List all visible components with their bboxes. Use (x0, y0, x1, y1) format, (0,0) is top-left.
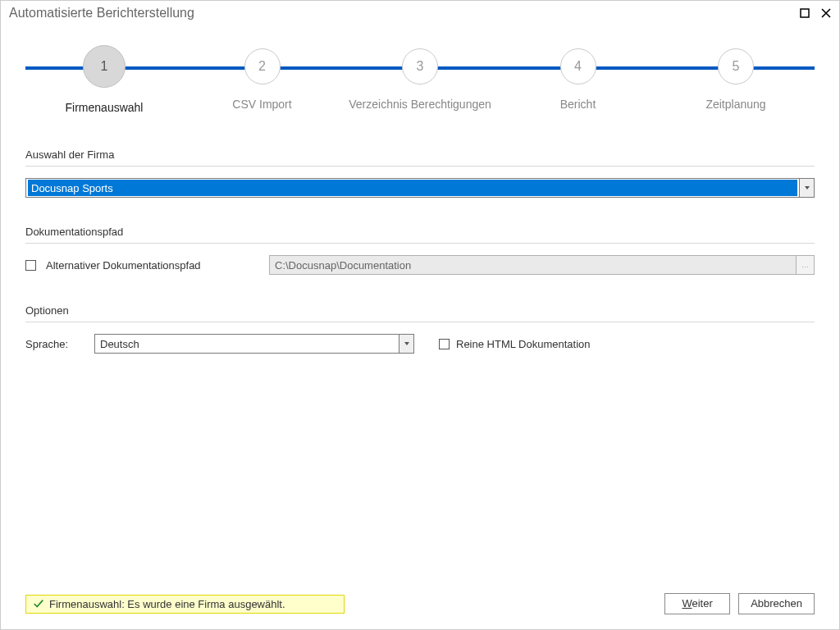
step-5-label: Zeitplanung (657, 98, 815, 111)
step-4-circle: 4 (560, 48, 596, 84)
section-divider (25, 322, 815, 322)
company-select-value: Docusnap Sports (28, 180, 797, 196)
chevron-down-icon (805, 186, 810, 189)
svg-rect-0 (801, 9, 809, 17)
section-title-docpath: Dokumentationspfad (25, 226, 815, 238)
content-area: Auswahl der Firma Docusnap Sports Dokume… (1, 148, 839, 354)
step-4[interactable]: 4 Bericht (500, 42, 657, 114)
step-1-circle: 1 (83, 45, 126, 88)
step-5-circle: 5 (718, 48, 754, 84)
step-2-label: CSV Import (184, 98, 341, 111)
cancel-button[interactable]: Abbrechen (738, 593, 815, 614)
footer: Firmenauswahl: Es wurde eine Firma ausge… (25, 593, 815, 614)
section-title-options: Optionen (25, 304, 815, 317)
wizard-stepper: 1 Firmenauswahl 2 CSV Import 3 Verzeichn… (25, 42, 815, 124)
status-bar: Firmenauswahl: Es wurde eine Firma ausge… (25, 595, 345, 614)
language-select-value: Deutsch (95, 338, 399, 350)
next-button[interactable]: Weiter (664, 593, 730, 614)
docpath-value: C:\Docusnap\Documentation (270, 258, 796, 273)
step-1[interactable]: 1 Firmenauswahl (25, 42, 183, 114)
language-select-dropdown-button[interactable] (399, 335, 413, 353)
docpath-browse-button[interactable]: … (796, 256, 814, 274)
step-4-label: Bericht (500, 98, 657, 111)
close-icon[interactable] (821, 8, 831, 18)
company-select[interactable]: Docusnap Sports (25, 178, 815, 198)
alt-docpath-label: Alternativer Dokumentationspfad (46, 259, 259, 272)
section-title-company: Auswahl der Firma (25, 148, 815, 161)
section-divider (25, 243, 815, 244)
step-5[interactable]: 5 Zeitplanung (657, 42, 815, 114)
language-select[interactable]: Deutsch (94, 334, 414, 354)
html-only-checkbox[interactable] (439, 339, 450, 349)
step-1-label: Firmenauswahl (25, 101, 183, 114)
language-label: Sprache: (25, 338, 70, 350)
maximize-icon[interactable] (800, 8, 810, 18)
company-select-dropdown-button[interactable] (799, 179, 814, 197)
title-bar: Automatisierte Berichterstellung (1, 1, 839, 25)
docpath-field: C:\Docusnap\Documentation … (269, 255, 815, 275)
step-3-circle: 3 (402, 48, 438, 84)
alt-docpath-checkbox[interactable] (25, 260, 36, 271)
chevron-down-icon (404, 342, 409, 345)
status-text: Firmenauswahl: Es wurde eine Firma ausge… (49, 598, 285, 610)
step-3[interactable]: 3 Verzeichnis Berechtigungen (341, 42, 499, 114)
step-2[interactable]: 2 CSV Import (184, 42, 341, 114)
html-only-label: Reine HTML Dokumentation (456, 338, 591, 350)
check-icon (33, 598, 44, 609)
section-divider (25, 166, 815, 167)
step-3-label: Verzeichnis Berechtigungen (341, 98, 499, 111)
step-2-circle: 2 (244, 48, 281, 84)
window-title: Automatisierte Berichterstellung (9, 6, 194, 21)
